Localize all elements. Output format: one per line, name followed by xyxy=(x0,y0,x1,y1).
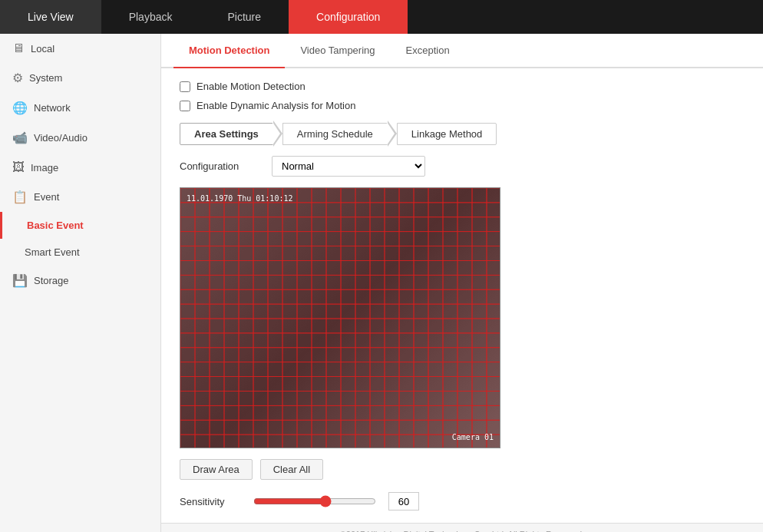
sidebar-item-local[interactable]: 🖥 Local xyxy=(0,34,160,63)
svg-rect-385 xyxy=(341,435,355,448)
svg-rect-71 xyxy=(253,232,268,246)
svg-rect-162 xyxy=(297,289,312,304)
svg-rect-164 xyxy=(326,289,341,304)
sidebar-item-event[interactable]: 📋 Event xyxy=(0,182,160,212)
svg-rect-31 xyxy=(312,203,326,217)
video-audio-icon: 📹 xyxy=(12,131,28,145)
svg-rect-58 xyxy=(385,217,399,232)
svg-rect-78 xyxy=(355,232,370,246)
svg-rect-140 xyxy=(297,275,312,289)
svg-rect-137 xyxy=(253,275,268,289)
svg-rect-310 xyxy=(210,391,224,405)
enable-dynamic-row: Enable Dynamic Analysis for Motion xyxy=(180,100,745,111)
svg-rect-118 xyxy=(297,260,312,275)
footer: ©2017 Hikvision Digital Technology Co., … xyxy=(161,523,763,532)
breadcrumb-linkage-method[interactable]: Linkage Method xyxy=(397,123,497,145)
sensitivity-value[interactable] xyxy=(388,492,419,511)
svg-rect-54 xyxy=(326,217,341,232)
svg-rect-150 xyxy=(443,275,457,289)
svg-rect-220 xyxy=(180,333,195,348)
nav-playback[interactable]: Playback xyxy=(101,0,200,34)
svg-rect-279 xyxy=(399,362,414,377)
svg-rect-30 xyxy=(297,203,312,217)
svg-rect-377 xyxy=(224,435,239,448)
svg-rect-128 xyxy=(443,260,457,275)
main-layout: 🖥 Local ⚙ System 🌐 Network 📹 Video/Audio… xyxy=(0,34,763,532)
svg-rect-132 xyxy=(180,275,195,289)
svg-rect-56 xyxy=(355,217,370,232)
nav-configuration[interactable]: Configuration xyxy=(289,0,408,34)
svg-rect-60 xyxy=(414,217,428,232)
svg-rect-148 xyxy=(414,275,428,289)
svg-rect-55 xyxy=(341,217,355,232)
svg-rect-102 xyxy=(385,246,399,261)
svg-rect-80 xyxy=(385,232,399,246)
svg-rect-126 xyxy=(414,260,428,275)
svg-rect-15 xyxy=(399,188,414,203)
nav-picture[interactable]: Picture xyxy=(200,0,289,34)
svg-rect-180 xyxy=(239,304,253,319)
config-select[interactable]: Normal Expert xyxy=(272,156,425,177)
svg-rect-146 xyxy=(385,275,399,289)
svg-rect-309 xyxy=(195,391,210,405)
svg-rect-231 xyxy=(341,333,355,348)
breadcrumb-area-settings[interactable]: Area Settings xyxy=(180,123,273,145)
draw-area-button[interactable]: Draw Area xyxy=(180,459,253,480)
svg-rect-81 xyxy=(399,232,414,246)
svg-rect-64 xyxy=(472,217,487,232)
svg-rect-301 xyxy=(399,377,414,392)
svg-rect-175 xyxy=(487,289,500,304)
svg-rect-147 xyxy=(399,275,414,289)
svg-rect-185 xyxy=(312,304,326,319)
svg-rect-319 xyxy=(341,391,355,405)
sensitivity-slider[interactable] xyxy=(253,495,376,507)
sidebar-item-storage[interactable]: 💾 Storage xyxy=(0,266,160,296)
motion-grid-container[interactable]: 11.01.1970 Thu 01:10:12 Camera 01 xyxy=(180,187,500,448)
svg-rect-70 xyxy=(239,232,253,246)
svg-rect-305 xyxy=(457,377,472,392)
svg-rect-152 xyxy=(472,275,487,289)
clear-all-button[interactable]: Clear All xyxy=(260,459,323,480)
enable-dynamic-checkbox[interactable] xyxy=(180,101,190,111)
tab-video-tampering[interactable]: Video Tampering xyxy=(285,34,390,68)
sidebar-label-video-audio: Video/Audio xyxy=(34,132,88,144)
svg-rect-125 xyxy=(399,260,414,275)
tab-exception[interactable]: Exception xyxy=(391,34,465,68)
svg-rect-342 xyxy=(355,405,370,420)
svg-rect-123 xyxy=(370,260,385,275)
svg-rect-315 xyxy=(282,391,297,405)
svg-rect-226 xyxy=(268,333,282,348)
breadcrumb-arming-schedule[interactable]: Arming Schedule xyxy=(282,123,388,145)
sidebar-item-basic-event[interactable]: Basic Event xyxy=(0,212,160,239)
enable-motion-checkbox[interactable] xyxy=(180,81,190,92)
svg-rect-271 xyxy=(282,362,297,377)
tab-motion-detection[interactable]: Motion Detection xyxy=(173,34,285,68)
svg-rect-135 xyxy=(224,275,239,289)
svg-rect-245 xyxy=(224,348,239,362)
svg-rect-144 xyxy=(355,275,370,289)
svg-rect-38 xyxy=(414,203,428,217)
svg-rect-382 xyxy=(297,435,312,448)
sidebar-item-video-audio[interactable]: 📹 Video/Audio xyxy=(0,123,160,153)
svg-rect-318 xyxy=(326,391,341,405)
sidebar-item-image[interactable]: 🖼 Image xyxy=(0,153,160,182)
svg-rect-254 xyxy=(355,348,370,362)
breadcrumb-tabs: Area Settings Arming Schedule Linkage Me… xyxy=(180,121,745,147)
svg-rect-27 xyxy=(253,203,268,217)
svg-rect-66 xyxy=(180,232,195,246)
nav-live-view[interactable]: Live View xyxy=(0,0,101,34)
svg-rect-210 xyxy=(355,319,370,333)
svg-rect-190 xyxy=(385,304,399,319)
sidebar-item-smart-event[interactable]: Smart Event xyxy=(0,239,160,266)
svg-rect-288 xyxy=(210,377,224,392)
svg-rect-291 xyxy=(253,377,268,392)
svg-rect-87 xyxy=(487,232,500,246)
svg-rect-212 xyxy=(385,319,399,333)
svg-rect-282 xyxy=(443,362,457,377)
sidebar-item-network[interactable]: 🌐 Network xyxy=(0,93,160,123)
sidebar-item-system[interactable]: ⚙ System xyxy=(0,63,160,93)
svg-rect-336 xyxy=(268,405,282,420)
svg-rect-390 xyxy=(414,435,428,448)
svg-rect-326 xyxy=(443,391,457,405)
svg-rect-331 xyxy=(195,405,210,420)
